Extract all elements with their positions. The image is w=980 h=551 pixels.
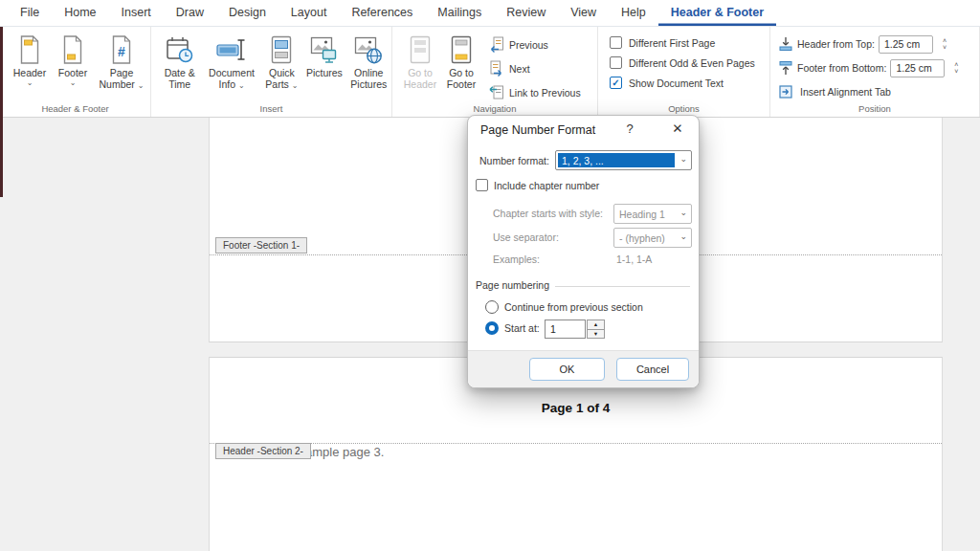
header-from-top-label: Header from Top: — [797, 38, 875, 50]
ribbon-group-navigation: Go to Header Go to Footer Previous N — [392, 27, 598, 117]
header-from-top-icon — [778, 36, 793, 52]
start-at-label: Start at: — [504, 322, 540, 334]
pictures-icon — [310, 33, 339, 67]
online-pictures-icon — [354, 33, 383, 67]
go-to-footer-icon — [450, 33, 473, 67]
online-pictures-button[interactable]: Online Pictures — [346, 30, 391, 102]
use-separator-value: - (hyphen) — [619, 232, 665, 244]
window-edge-strip — [0, 27, 3, 197]
document-info-button-label: Document Info — [209, 67, 255, 90]
show-document-text-checkbox[interactable]: ✓ Show Document Text — [610, 77, 764, 89]
footer-from-bottom-stepper[interactable]: ˄˅ — [950, 61, 962, 75]
tab-file[interactable]: File — [8, 0, 52, 26]
document-body-text: ample page 3. — [305, 445, 384, 459]
start-at-input[interactable]: 1 — [545, 320, 586, 339]
continue-from-previous-radio[interactable] — [485, 300, 499, 314]
footer-icon — [60, 33, 85, 67]
pictures-button-label: Pictures — [306, 67, 343, 78]
number-format-dropdown[interactable]: 1, 2, 3, ... ⌄ — [555, 150, 692, 170]
group-label-header-footer: Header & Footer — [0, 103, 150, 114]
caret-down-icon: ˅ — [939, 44, 950, 51]
header-from-top-input[interactable]: 1.25 cm — [879, 35, 933, 54]
chevron-down-icon: ⌄ — [58, 78, 87, 87]
tab-insert[interactable]: Insert — [109, 0, 164, 26]
document-info-button[interactable]: Document Info ⌄ — [202, 30, 260, 102]
different-odd-even-pages-label: Different Odd & Even Pages — [629, 57, 755, 69]
insert-alignment-tab-button[interactable]: Insert Alignment Tab — [778, 82, 975, 101]
go-to-header-icon — [409, 33, 432, 67]
ribbon-group-options: Different First Page Different Odd & Eve… — [598, 27, 770, 117]
go-to-header-button: Go to Header — [400, 30, 440, 102]
header-from-top-stepper[interactable]: ˄˅ — [939, 37, 950, 51]
checkbox-checked-icon: ✓ — [610, 77, 622, 89]
spin-down-icon: ▼ — [587, 330, 605, 340]
link-to-previous-button-label: Link to Previous — [509, 87, 581, 99]
different-first-page-checkbox[interactable]: Different First Page — [610, 36, 764, 49]
tab-draw[interactable]: Draw — [164, 0, 216, 26]
tab-review[interactable]: Review — [494, 0, 558, 26]
quick-parts-icon — [270, 33, 293, 67]
date-time-button[interactable]: Date & Time — [157, 30, 202, 102]
footer-from-bottom-input[interactable]: 1.25 cm — [890, 59, 945, 77]
use-separator-dropdown: - (hyphen) ⌄ — [613, 228, 692, 248]
footer-from-bottom-icon — [778, 60, 793, 76]
cancel-button[interactable]: Cancel — [616, 358, 689, 381]
link-to-previous-button[interactable]: Link to Previous — [488, 84, 581, 100]
page-number-button-label: Page Number — [100, 67, 135, 90]
header-icon — [17, 33, 42, 67]
document-info-icon — [216, 33, 247, 67]
chapter-style-label: Chapter starts with style: — [493, 208, 603, 219]
tab-mailings[interactable]: Mailings — [425, 0, 494, 26]
header-button-label: Header — [13, 67, 46, 78]
insert-alignment-tab-icon — [778, 84, 793, 99]
page-number-button[interactable]: # Page Number ⌄ — [94, 30, 149, 102]
footer-button[interactable]: Footer⌄ — [52, 30, 94, 102]
tab-home[interactable]: Home — [52, 0, 108, 26]
svg-text:#: # — [118, 44, 125, 59]
footer-section-tag: Footer -Section 1- — [215, 237, 307, 253]
different-first-page-label: Different First Page — [629, 37, 715, 49]
previous-button[interactable]: Previous — [488, 36, 581, 53]
ok-button[interactable]: OK — [529, 358, 605, 381]
tab-help[interactable]: Help — [609, 0, 658, 26]
go-to-footer-button-label: Go to Footer — [447, 67, 476, 90]
start-at-stepper[interactable]: ▲ ▼ — [587, 320, 605, 339]
quick-parts-button[interactable]: Quick Parts ⌄ — [261, 30, 302, 102]
ribbon-group-position: Header from Top: 1.25 cm ˄˅ Footer from … — [770, 27, 980, 117]
menu-bar: File Home Insert Draw Design Layout Refe… — [0, 0, 980, 27]
tab-design[interactable]: Design — [216, 0, 278, 26]
tab-layout[interactable]: Layout — [278, 0, 340, 26]
pictures-button[interactable]: Pictures — [302, 30, 345, 102]
chevron-down-icon: ⌄ — [13, 78, 46, 87]
page-number-field[interactable]: Page 1 of 4 — [210, 401, 942, 415]
page-number-icon: # — [109, 33, 134, 67]
checkbox-unchecked-icon — [610, 36, 622, 49]
different-odd-even-pages-checkbox[interactable]: Different Odd & Even Pages — [610, 56, 764, 69]
caret-up-icon: ˄ — [939, 37, 950, 44]
include-chapter-number-label: Include chapter number — [494, 180, 599, 191]
chevron-down-icon: ⌄ — [238, 81, 245, 90]
examples-value: 1-1, 1-A — [616, 253, 652, 265]
go-to-footer-button[interactable]: Go to Footer — [440, 30, 482, 102]
help-icon[interactable]: ? — [621, 121, 638, 136]
next-button[interactable]: Next — [488, 60, 581, 77]
tab-references[interactable]: References — [339, 0, 425, 26]
header-button[interactable]: Header⌄ — [8, 30, 52, 102]
chevron-down-icon: ⌄ — [138, 81, 145, 90]
group-label-insert: Insert — [151, 103, 391, 114]
close-icon[interactable]: ✕ — [668, 121, 687, 136]
tab-view[interactable]: View — [558, 0, 609, 26]
page-numbering-section-label: Page numbering — [476, 279, 549, 291]
tab-header-and-footer[interactable]: Header & Footer — [658, 0, 776, 26]
include-chapter-number-checkbox[interactable] — [476, 179, 488, 191]
ribbon-group-header-footer: Header⌄ Footer⌄ # Page Number ⌄ Header &… — [0, 27, 151, 117]
ribbon: Header⌄ Footer⌄ # Page Number ⌄ Header &… — [0, 27, 980, 118]
chapter-style-value: Heading 1 — [619, 209, 665, 220]
start-at-radio[interactable] — [485, 321, 499, 335]
group-label-position: Position — [770, 103, 979, 114]
link-to-previous-icon — [488, 84, 504, 100]
show-document-text-label: Show Document Text — [629, 77, 724, 89]
footer-button-label: Footer — [58, 67, 87, 78]
previous-button-label: Previous — [509, 39, 548, 51]
footer-from-bottom-label: Footer from Bottom: — [797, 62, 886, 74]
